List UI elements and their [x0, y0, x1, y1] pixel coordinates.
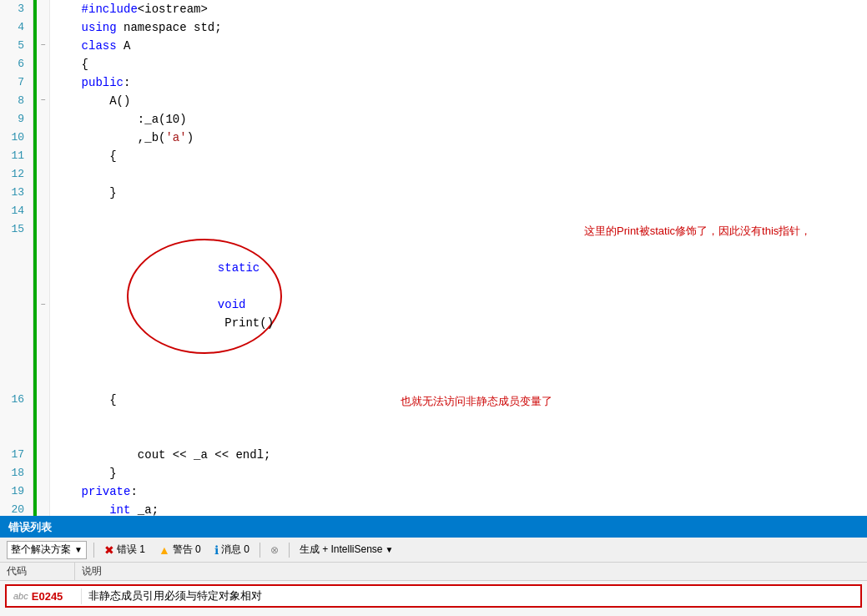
circled-method: static void Print()	[127, 239, 282, 354]
annotation-line2: 也就无法访问非静态成员变量了	[401, 392, 552, 411]
collapse-8[interactable]: −	[37, 92, 50, 110]
code-line-19: 19 private:	[0, 482, 867, 501]
scope-dropdown[interactable]: 整个解决方案 ▼	[7, 541, 87, 559]
token: {	[109, 149, 116, 163]
code-line-20: 20 int _a;	[0, 501, 867, 516]
code-content-5: class A	[50, 37, 867, 55]
toolbar-separator-1	[93, 543, 94, 558]
code-line-8: 8 − A()	[0, 92, 867, 110]
line-num-15: 15	[0, 220, 33, 391]
code-line-5: 5 − class A	[0, 37, 867, 55]
line-num-20: 20	[0, 501, 33, 516]
error-panel-header: 错误列表	[0, 518, 867, 538]
code-line-4: 4 using namespace std;	[0, 18, 867, 37]
col-header-code: 代码	[0, 563, 75, 580]
error-toolbar: 整个解决方案 ▼ ✖ 错误 1 ▲ 警告 0 ℹ 消息 0 ⊗ 生成 + Int…	[0, 538, 867, 563]
code-content-20: int _a;	[50, 501, 867, 516]
collapse-12	[37, 165, 50, 184]
code-line-17: 17 cout << _a << endl;	[0, 446, 867, 464]
code-content-13: }	[50, 184, 867, 202]
line-num-10: 10	[0, 129, 33, 147]
token: A()	[109, 94, 130, 108]
token: {	[82, 58, 88, 71]
code-line-9: 9 :_a(10)	[0, 110, 867, 129]
line-num-3: 3	[0, 0, 33, 18]
errors-button[interactable]: ✖ 错误 1	[101, 542, 149, 558]
filter-icon: ⊗	[270, 544, 279, 556]
token: A	[117, 39, 131, 53]
line-num-18: 18	[0, 464, 33, 482]
token-space	[218, 280, 224, 293]
line-num-16: 16	[0, 391, 33, 446]
code-line-14: 14	[0, 202, 867, 220]
collapse-3	[37, 0, 50, 18]
line-num-13: 13	[0, 184, 33, 202]
code-line-18: 18 }	[0, 464, 867, 482]
code-content-3: #include<iostream>	[50, 0, 867, 18]
token: using	[82, 21, 117, 34]
messages-button[interactable]: ℹ 消息 0	[211, 542, 253, 558]
collapse-14	[37, 202, 50, 220]
token: :	[123, 76, 130, 89]
collapse-4	[37, 18, 50, 37]
token: class	[82, 39, 117, 53]
token: private	[82, 485, 131, 498]
code-content-4: using namespace std;	[50, 18, 867, 37]
build-dropdown-arrow: ▼	[386, 545, 394, 554]
collapse-16	[37, 391, 50, 446]
collapse-5[interactable]: −	[37, 37, 50, 55]
collapse-15[interactable]: −	[37, 220, 50, 391]
collapse-7	[37, 73, 50, 92]
error-icon: ✖	[104, 543, 114, 557]
info-icon: ℹ	[214, 543, 219, 557]
token: int	[109, 503, 130, 516]
token: ,_b(	[138, 131, 166, 144]
errors-label: 错误 1	[117, 543, 145, 557]
code-content-10: ,_b('a')	[50, 129, 867, 147]
code-content-19: private:	[50, 482, 867, 501]
error-panel-title: 错误列表	[8, 520, 52, 535]
token: )	[187, 131, 194, 144]
warnings-button[interactable]: ▲ 警告 0	[155, 542, 204, 558]
code-content-11: {	[50, 147, 867, 165]
col-header-desc: 说明	[75, 563, 867, 580]
collapse-9	[37, 110, 50, 129]
error-row-0[interactable]: abc E0245 非静态成员引用必须与特定对象相对	[5, 584, 862, 608]
token: _a;	[130, 503, 159, 516]
token: {	[109, 393, 116, 406]
line-num-6: 6	[0, 55, 33, 73]
collapse-13	[37, 184, 50, 202]
filter-button[interactable]: ⊗	[267, 543, 282, 557]
scope-label: 整个解决方案	[11, 543, 71, 557]
token: #include	[82, 3, 138, 16]
code-line-7: 7 public:	[0, 73, 867, 92]
warning-icon: ▲	[159, 543, 170, 557]
token: :	[130, 485, 137, 498]
toolbar-separator-2	[260, 543, 260, 558]
warnings-label: 警告 0	[173, 543, 201, 557]
line-num-5: 5	[0, 37, 33, 55]
toolbar-separator-3	[289, 543, 290, 558]
token: cout << _a << endl;	[138, 448, 271, 462]
code-content-14	[50, 202, 867, 220]
line-num-17: 17	[0, 446, 33, 464]
collapse-10	[37, 129, 50, 147]
code-line-10: 10 ,_b('a')	[0, 129, 867, 147]
build-dropdown[interactable]: 生成 + IntelliSense ▼	[296, 542, 397, 558]
code-content-6: {	[50, 55, 867, 73]
error-code-cell: abc E0245	[7, 588, 82, 604]
line-num-4: 4	[0, 18, 33, 37]
code-content-12	[50, 165, 867, 184]
code-line-16: 16 { 也就无法访问非静态成员变量了	[0, 391, 867, 446]
line-num-19: 19	[0, 482, 33, 501]
collapse-19	[37, 482, 50, 501]
lines-container: 3 #include<iostream> 4 using namespace s…	[0, 0, 867, 516]
code-content-7: public:	[50, 73, 867, 92]
error-type-icon: abc	[13, 591, 28, 601]
line-num-8: 8	[0, 92, 33, 110]
code-content-15: static void Print() 这里的Print被static修饰了，因…	[50, 220, 867, 391]
messages-label: 消息 0	[221, 543, 250, 557]
collapse-20	[37, 501, 50, 516]
token: <iostream>	[138, 3, 208, 16]
code-content-9: :_a(10)	[50, 110, 867, 129]
